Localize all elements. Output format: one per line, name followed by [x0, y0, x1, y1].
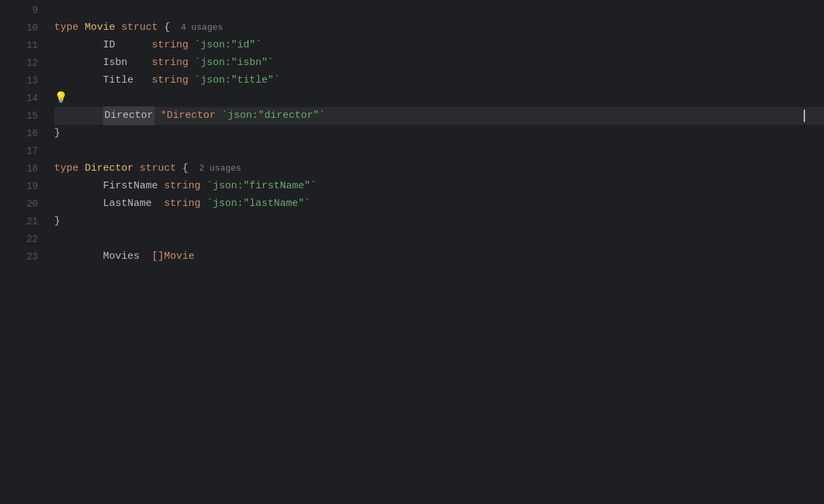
space3	[215, 107, 222, 125]
code-line-12: Isbn string `json:"isbn"`	[54, 54, 824, 72]
line-num-18: 18	[0, 160, 38, 177]
type-slice-movie: []Movie	[152, 248, 194, 266]
line-num-11: 11	[0, 37, 38, 54]
space	[188, 37, 194, 54]
code-line-23: Movies []Movie	[54, 248, 824, 266]
code-line-18: type Director struct { 2 usages	[54, 160, 824, 177]
space	[188, 72, 194, 89]
close-brace-movie: }	[54, 125, 60, 142]
struct-name-director: Director	[85, 160, 133, 177]
keyword-type: type	[54, 19, 85, 37]
line-num-17: 17	[0, 142, 38, 160]
code-line-20: LastName string `json:"lastName"`	[54, 195, 824, 213]
type-string-isbn: string	[152, 54, 188, 72]
field-firstname: FirstName	[54, 177, 164, 195]
code-content[interactable]: type Movie struct { 4 usages ID string `…	[49, 0, 824, 504]
struct-name-movie: Movie	[85, 19, 115, 37]
line-num-15: 15	[0, 107, 38, 125]
usages-count-2: 2 usages	[188, 160, 241, 177]
tag-director: `json:"director"`	[222, 107, 325, 125]
code-line-22	[54, 230, 824, 248]
code-line-21: }	[54, 213, 824, 230]
code-editor: 9 10 11 12 13 14 15 16 17 18 19 20 21 22…	[0, 0, 824, 504]
line-num-19: 19	[0, 177, 38, 195]
type-string-lastname: string	[164, 195, 201, 213]
lightbulb-icon[interactable]: 💡	[54, 89, 68, 107]
line-num-21: 21	[0, 213, 38, 230]
code-line-13: Title string `json:"title"`	[54, 72, 824, 89]
text-cursor	[804, 110, 805, 122]
line-numbers: 9 10 11 12 13 14 15 16 17 18 19 20 21 22…	[0, 0, 49, 504]
line-num-20: 20	[0, 195, 38, 213]
line-num-9: 9	[0, 1, 38, 19]
code-line-11: ID string `json:"id"`	[54, 37, 824, 54]
tag-lastname: `json:"lastName"`	[207, 195, 310, 213]
indent	[54, 107, 103, 125]
tag-isbn: `json:"isbn"`	[194, 54, 274, 72]
code-line-15: Director *Director `json:"director"`	[54, 107, 824, 125]
field-director-highlighted: Director	[103, 106, 154, 125]
open-brace-2: {	[182, 160, 188, 177]
open-brace: {	[164, 19, 170, 37]
space	[201, 177, 207, 195]
field-lastname: LastName	[54, 195, 164, 213]
type-string: string	[152, 37, 188, 54]
tag-id: `json:"id"`	[194, 37, 262, 54]
code-line-16: }	[54, 125, 824, 142]
type-ref-director: *Director	[161, 107, 215, 125]
code-line-17	[54, 142, 824, 160]
line-num-22: 22	[0, 230, 38, 248]
line-num-16: 16	[0, 125, 38, 142]
field-id: ID	[54, 37, 152, 54]
code-line-19: FirstName string `json:"firstName"`	[54, 177, 824, 195]
type-string-firstname: string	[164, 177, 201, 195]
code-line-9	[54, 1, 824, 19]
type-string-title: string	[152, 72, 188, 89]
tag-title: `json:"title"`	[194, 72, 280, 89]
tag-firstname: `json:"firstName"`	[207, 177, 316, 195]
field-title: Title	[54, 72, 152, 89]
line-num-12: 12	[0, 54, 38, 72]
line-num-23: 23	[0, 248, 38, 266]
line-num-13: 13	[0, 72, 38, 89]
keyword-struct-2: struct	[133, 160, 182, 177]
field-movies: Movies	[54, 248, 152, 266]
close-brace-director: }	[54, 213, 60, 230]
line-num-14: 14	[0, 89, 38, 107]
space2	[154, 107, 161, 125]
line-num-10: 10	[0, 19, 38, 37]
field-isbn: Isbn	[54, 54, 152, 72]
space	[188, 54, 194, 72]
usages-count: 4 usages	[170, 19, 223, 37]
space	[201, 195, 207, 213]
keyword-struct: struct	[115, 19, 164, 37]
code-line-10: type Movie struct { 4 usages	[54, 19, 824, 37]
keyword-type-2: type	[54, 160, 85, 177]
code-line-14: 💡	[54, 89, 824, 107]
